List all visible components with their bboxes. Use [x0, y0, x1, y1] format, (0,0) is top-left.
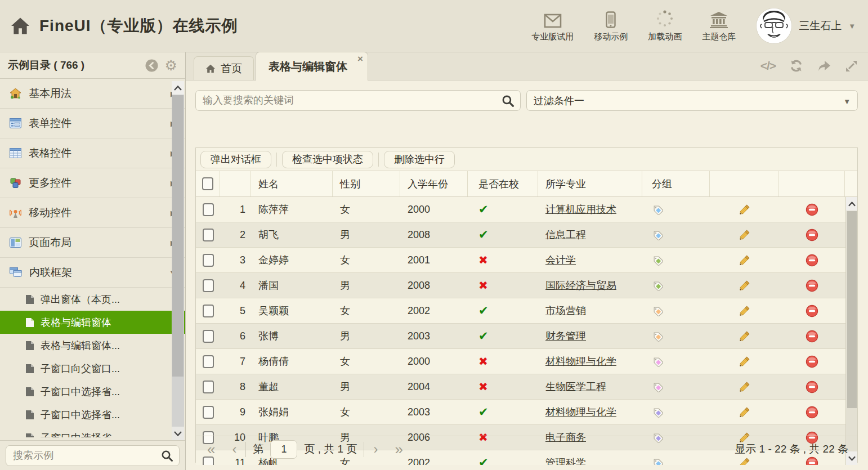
share-icon[interactable] [817, 60, 831, 72]
search-icon[interactable] [161, 450, 173, 464]
delete-icon[interactable] [806, 229, 818, 241]
sidebar-subitem[interactable]: 子窗口中选择省... [0, 403, 185, 426]
delete-icon[interactable] [806, 254, 818, 267]
scrollbar-thumb[interactable] [172, 95, 184, 377]
refresh-icon[interactable] [789, 59, 803, 73]
row-checkbox[interactable] [203, 305, 214, 317]
sidebar-item-basic[interactable]: 基本用法 ▶ [0, 79, 185, 109]
column-header-major[interactable]: 所学专业 [538, 171, 642, 196]
next-page-button[interactable]: › [371, 442, 380, 456]
mobile-demo-action[interactable]: 移动示例 [594, 10, 628, 42]
theme-repo-action[interactable]: 主题仓库 [702, 10, 736, 42]
delete-selected-button[interactable]: 删除选中行 [384, 151, 455, 168]
row-checkbox[interactable] [203, 330, 214, 343]
major-link[interactable]: 市场营销 [545, 304, 586, 317]
major-link[interactable]: 材料物理与化学 [545, 405, 616, 419]
row-checkbox[interactable] [203, 254, 214, 267]
keyword-search-input[interactable] [196, 91, 520, 110]
major-link[interactable]: 生物医学工程 [545, 380, 606, 393]
tag-icon[interactable] [652, 406, 664, 418]
first-page-button[interactable]: « [205, 442, 217, 456]
delete-icon[interactable] [806, 203, 818, 216]
table-scrollbar[interactable] [845, 197, 857, 465]
tag-icon[interactable] [652, 254, 664, 266]
delete-icon[interactable] [806, 406, 818, 419]
edit-pencil-icon[interactable] [738, 355, 751, 368]
select-all-checkbox[interactable] [202, 177, 213, 190]
edit-pencil-icon[interactable] [738, 279, 751, 292]
collapse-sidebar-icon[interactable] [145, 59, 158, 72]
delete-icon[interactable] [806, 279, 818, 292]
sidebar-item-layout[interactable]: 页面布局 ▶ [0, 228, 185, 258]
tag-icon[interactable] [652, 381, 664, 393]
source-code-icon[interactable]: </> [760, 59, 776, 73]
edit-pencil-icon[interactable] [738, 406, 751, 419]
loading-anim-action[interactable]: 加载动画 [648, 10, 682, 42]
tab-home[interactable]: 首页 [194, 56, 254, 80]
sidebar-search-input[interactable] [6, 446, 179, 465]
major-link[interactable]: 会计学 [545, 253, 576, 267]
delete-icon[interactable] [806, 305, 818, 317]
edit-pencil-icon[interactable] [738, 254, 751, 267]
close-icon[interactable]: × [357, 53, 363, 65]
sidebar-item-mobile[interactable]: 移动控件 ▶ [0, 198, 185, 228]
column-header-name[interactable]: 姓名 [251, 171, 333, 196]
row-checkbox[interactable] [203, 355, 214, 368]
expand-icon[interactable] [845, 60, 858, 73]
row-checkbox[interactable] [203, 406, 214, 419]
row-checkbox[interactable] [203, 203, 214, 216]
edit-pencil-icon[interactable] [738, 229, 751, 241]
user-menu[interactable]: 三生石上 ▼ [756, 8, 856, 44]
major-link[interactable]: 计算机应用技术 [545, 203, 616, 216]
scrollbar-thumb[interactable] [847, 211, 857, 408]
tag-icon[interactable] [652, 356, 664, 368]
row-checkbox[interactable] [203, 381, 214, 393]
column-header-enrolled[interactable]: 是否在校 [468, 171, 538, 196]
sidebar-subitem[interactable]: 子窗口向父窗口... [0, 357, 185, 380]
major-link[interactable]: 财务管理 [545, 329, 586, 343]
prev-page-button[interactable]: ‹ [230, 442, 239, 456]
sidebar-item-form[interactable]: 表单控件 ▶ [0, 109, 185, 138]
tag-icon[interactable] [652, 229, 664, 241]
trial-action[interactable]: 专业版试用 [531, 10, 574, 42]
major-link[interactable]: 材料物理与化学 [545, 355, 616, 368]
edit-pencil-icon[interactable] [738, 305, 751, 317]
sidebar-item-iframe[interactable]: 内联框架 ▼ [0, 258, 185, 288]
scroll-down-icon[interactable] [172, 427, 184, 440]
edit-pencil-icon[interactable] [738, 381, 751, 393]
delete-icon[interactable] [806, 355, 818, 368]
open-dialog-button[interactable]: 弹出对话框 [200, 151, 271, 168]
sidebar-scrollbar[interactable] [172, 81, 184, 440]
sidebar-subitem[interactable]: 子窗口中选择省 [0, 426, 185, 437]
tab-grid-edit-window[interactable]: 表格与编辑窗体 × [256, 52, 368, 80]
delete-icon[interactable] [806, 330, 818, 343]
sidebar-subitem[interactable]: 子窗口中选择省... [0, 380, 185, 403]
column-header-group[interactable]: 分组 [642, 171, 710, 196]
delete-icon[interactable] [806, 381, 818, 393]
page-number-input[interactable] [270, 440, 297, 459]
row-checkbox[interactable] [203, 229, 214, 241]
scroll-up-icon[interactable] [846, 197, 857, 211]
column-header-gender[interactable]: 性别 [333, 171, 400, 196]
edit-pencil-icon[interactable] [738, 330, 751, 343]
gear-icon[interactable]: ⚙ [165, 59, 177, 73]
sidebar-item-more[interactable]: 更多控件 ▶ [0, 168, 185, 198]
filter-dropdown[interactable]: 过滤条件一 ▼ [526, 90, 858, 111]
check-selection-button[interactable]: 检查选中项状态 [282, 151, 373, 168]
sidebar-subitem[interactable]: 表格与编辑窗体... [0, 334, 185, 357]
tag-icon[interactable] [652, 280, 664, 292]
tag-icon[interactable] [652, 204, 664, 216]
row-checkbox[interactable] [203, 279, 214, 292]
sidebar-item-grid[interactable]: 表格控件 ▶ [0, 138, 185, 168]
tag-icon[interactable] [652, 330, 664, 342]
search-icon[interactable] [502, 95, 514, 110]
sidebar-subitem[interactable]: 表格与编辑窗体 [0, 311, 185, 334]
scroll-up-icon[interactable] [172, 81, 184, 95]
major-link[interactable]: 国际经济与贸易 [545, 279, 616, 292]
tag-icon[interactable] [652, 305, 664, 317]
last-page-button[interactable]: » [392, 442, 405, 456]
major-link[interactable]: 信息工程 [545, 228, 586, 241]
column-header-year[interactable]: 入学年份 [400, 171, 468, 196]
edit-pencil-icon[interactable] [738, 203, 751, 216]
sidebar-subitem[interactable]: 弹出窗体（本页... [0, 288, 185, 311]
